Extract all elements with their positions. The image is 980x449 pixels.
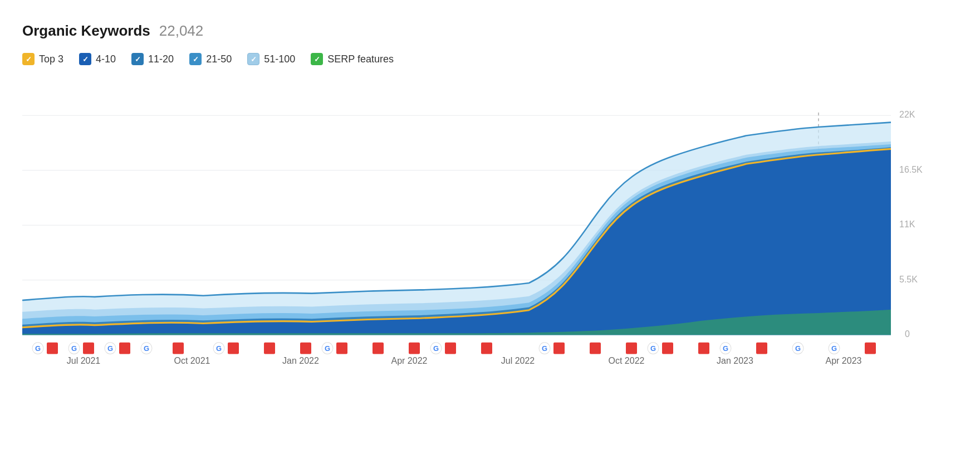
legend-item-top3[interactable]: ✓Top 3 [22, 53, 63, 65]
legend-item-21-50[interactable]: ✓21-50 [189, 53, 232, 65]
page-title: Organic Keywords [22, 22, 150, 40]
keyword-count: 22,042 [159, 22, 204, 40]
svg-text:G: G [144, 344, 149, 353]
svg-text:Apr 2022: Apr 2022 [391, 355, 428, 365]
header: Organic Keywords 22,042 [22, 22, 958, 40]
svg-rect-55 [553, 343, 565, 354]
svg-text:22K: 22K [899, 109, 915, 119]
svg-rect-44 [83, 343, 94, 354]
svg-rect-53 [445, 343, 456, 354]
svg-text:G: G [35, 344, 41, 353]
legend-checkbox-serp: ✓ [311, 53, 323, 65]
svg-text:Jan 2022: Jan 2022 [282, 355, 319, 365]
svg-rect-48 [264, 343, 275, 354]
svg-text:G: G [542, 344, 547, 353]
legend-item-4-10[interactable]: ✓4-10 [79, 53, 116, 65]
legend-item-serp[interactable]: ✓SERP features [311, 53, 394, 65]
legend-label-serp: SERP features [327, 53, 394, 65]
legend-label-51-100: 51-100 [264, 53, 295, 65]
legend-checkbox-11-20: ✓ [131, 53, 144, 65]
svg-rect-57 [626, 343, 637, 354]
svg-text:G: G [107, 344, 113, 353]
svg-rect-50 [336, 343, 347, 354]
legend-checkbox-21-50: ✓ [189, 53, 202, 65]
legend: ✓Top 3✓4-10✓11-20✓21-50✓51-100✓SERP feat… [22, 53, 958, 65]
svg-rect-59 [698, 343, 709, 354]
svg-rect-47 [228, 343, 239, 354]
svg-text:G: G [325, 344, 330, 353]
legend-label-top3: Top 3 [39, 53, 63, 65]
chart-area: 22K 16.5K 11K 5.5K 0 Jul 2021 Oct 2021 J… [22, 81, 958, 393]
svg-text:Jan 2023: Jan 2023 [717, 355, 753, 365]
svg-text:G: G [650, 344, 656, 353]
svg-text:G: G [831, 344, 837, 353]
main-container: Organic Keywords 22,042 ✓Top 3✓4-10✓11-2… [0, 0, 980, 449]
legend-label-11-20: 11-20 [148, 53, 174, 65]
svg-text:5.5K: 5.5K [899, 274, 918, 284]
svg-rect-52 [409, 343, 420, 354]
svg-rect-43 [47, 343, 58, 354]
svg-text:G: G [216, 344, 222, 353]
svg-rect-54 [481, 343, 492, 354]
svg-rect-60 [756, 343, 767, 354]
svg-rect-61 [865, 343, 876, 354]
svg-text:11K: 11K [899, 219, 915, 229]
svg-text:G: G [433, 344, 439, 353]
legend-checkbox-top3: ✓ [22, 53, 35, 65]
legend-label-4-10: 4-10 [96, 53, 116, 65]
chart-svg: 22K 16.5K 11K 5.5K 0 Jul 2021 Oct 2021 J… [22, 81, 958, 393]
svg-text:Jul 2021: Jul 2021 [67, 355, 100, 365]
legend-item-51-100[interactable]: ✓51-100 [247, 53, 295, 65]
svg-text:G: G [723, 344, 728, 353]
svg-rect-51 [373, 343, 384, 354]
svg-text:0: 0 [905, 329, 910, 339]
svg-text:Apr 2023: Apr 2023 [826, 355, 862, 365]
legend-item-11-20[interactable]: ✓11-20 [131, 53, 174, 65]
svg-rect-49 [300, 343, 311, 354]
svg-text:G: G [795, 344, 801, 353]
svg-text:Jul 2022: Jul 2022 [501, 355, 535, 365]
svg-rect-46 [173, 343, 184, 354]
svg-text:Oct 2022: Oct 2022 [609, 355, 645, 365]
svg-text:16.5K: 16.5K [899, 164, 923, 174]
legend-label-21-50: 21-50 [206, 53, 232, 65]
svg-rect-58 [662, 343, 673, 354]
legend-checkbox-51-100: ✓ [247, 53, 259, 65]
svg-text:G: G [71, 344, 77, 353]
svg-rect-56 [590, 343, 601, 354]
svg-text:Oct 2021: Oct 2021 [174, 355, 210, 365]
legend-checkbox-4-10: ✓ [79, 53, 91, 65]
svg-rect-45 [119, 343, 130, 354]
